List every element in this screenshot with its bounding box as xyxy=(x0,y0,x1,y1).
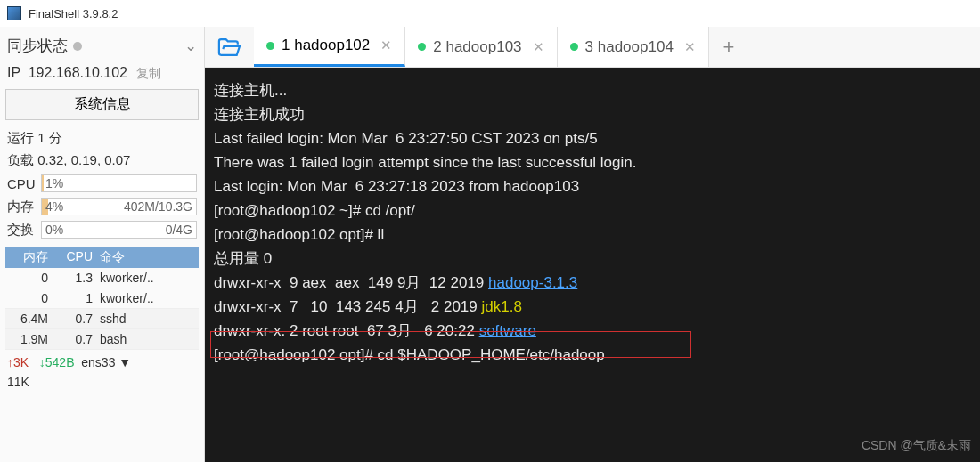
swap-metric: 交换 0% 0/4G xyxy=(5,218,199,241)
term-line: [root@hadoop102 ~]# cd /opt/ xyxy=(214,202,415,219)
tab-label: 1 hadoop102 xyxy=(282,36,370,54)
swap-bar: 0% 0/4G xyxy=(41,221,197,239)
sync-status-row[interactable]: 同步状态 ⌄ xyxy=(5,30,199,61)
proc-head-cpu: CPU xyxy=(52,247,96,268)
proc-head-mem: 内存 xyxy=(5,247,52,268)
content-area: 1 hadoop102 ✕ 2 hadoop103 ✕ 3 hadoop104 … xyxy=(205,27,980,462)
cpu-metric: CPU 1% xyxy=(5,172,199,195)
tab-hadoop102[interactable]: 1 hadoop102 ✕ xyxy=(254,27,405,67)
term-line: 总用量 0 xyxy=(214,250,272,267)
tab-hadoop103[interactable]: 2 hadoop103 ✕ xyxy=(405,27,557,67)
load-text: 负载 0.32, 0.19, 0.07 xyxy=(5,150,199,172)
terminal[interactable]: 连接主机... 连接主机成功 Last failed login: Mon Ma… xyxy=(205,68,980,462)
term-line: drwxr-xr-x. 2 root root 67 3月 6 20:22 so… xyxy=(214,322,536,339)
net-extra: 11K xyxy=(5,375,199,394)
term-line: drwxr-xr-x 7 10 143 245 4月 2 2019 jdk1.8 xyxy=(214,298,522,315)
close-icon[interactable]: ✕ xyxy=(533,39,544,55)
cpu-label: CPU xyxy=(7,176,41,191)
term-line: 连接主机成功 xyxy=(214,106,305,123)
tab-bar: 1 hadoop102 ✕ 2 hadoop103 ✕ 3 hadoop104 … xyxy=(205,27,980,68)
swap-label: 交换 xyxy=(7,222,41,239)
tab-label: 2 hadoop103 xyxy=(433,38,521,56)
open-folder-button[interactable] xyxy=(205,27,254,67)
swap-pct: 0% xyxy=(45,223,63,237)
close-icon[interactable]: ✕ xyxy=(684,39,696,55)
net-down: ↓542B xyxy=(39,355,75,369)
net-up: ↑3K xyxy=(7,355,29,369)
term-line: Last failed login: Mon Mar 6 23:27:50 CS… xyxy=(214,130,598,147)
mem-val: 402M/10.3G xyxy=(124,199,192,214)
term-line: 连接主机... xyxy=(214,82,287,99)
swap-val: 0/4G xyxy=(166,223,192,237)
table-row[interactable]: 0 1.3 kworker/.. xyxy=(5,268,199,288)
term-line: [root@hadoop102 opt]# cd $HADOOP_HOME/et… xyxy=(214,346,605,363)
cpu-bar-fill xyxy=(42,175,44,191)
term-line: drwxr-xr-x 9 aex aex 149 9月 12 2019 hado… xyxy=(214,274,577,291)
cpu-bar: 1% xyxy=(41,174,197,192)
dir-link[interactable]: software xyxy=(479,322,536,339)
mem-metric: 内存 4% 402M/10.3G xyxy=(5,195,199,218)
sync-label: 同步状态 xyxy=(7,36,68,56)
term-line: There was 1 failed login attempt since t… xyxy=(214,154,636,171)
app-title: FinalShell 3.9.8.2 xyxy=(29,7,118,20)
term-line: Last login: Mon Mar 6 23:27:18 2023 from… xyxy=(214,178,579,195)
table-row[interactable]: 0 1 kworker/.. xyxy=(5,288,199,309)
table-row[interactable]: 1.9M 0.7 bash xyxy=(5,329,199,350)
sync-dot-icon xyxy=(73,42,82,51)
uptime-text: 运行 1 分 xyxy=(5,127,199,150)
close-icon[interactable]: ✕ xyxy=(380,37,392,53)
mem-bar: 4% 402M/10.3G xyxy=(41,198,197,215)
dir-link[interactable]: hadoop-3.1.3 xyxy=(488,274,577,291)
dir-link[interactable]: jdk1.8 xyxy=(481,298,521,315)
folder-open-icon xyxy=(217,37,242,57)
network-row[interactable]: ↑3K ↓542B ens33 ▼ xyxy=(5,350,199,375)
status-dot-icon xyxy=(570,43,578,51)
watermark: CSDN @气质&末雨 xyxy=(862,434,971,457)
status-dot-icon xyxy=(266,42,274,50)
main-split: 同步状态 ⌄ IP 192.168.10.102 复制 系统信息 运行 1 分 … xyxy=(0,27,980,462)
proc-header: 内存 CPU 命令 xyxy=(5,247,199,268)
ip-row: IP 192.168.10.102 复制 xyxy=(5,61,199,89)
tab-label: 3 hadoop104 xyxy=(585,38,674,56)
mem-pct: 4% xyxy=(45,199,63,214)
system-info-button[interactable]: 系统信息 xyxy=(5,89,199,120)
ip-label: IP xyxy=(7,65,20,80)
cpu-pct: 1% xyxy=(45,176,63,190)
mem-label: 内存 xyxy=(7,199,41,215)
sidebar: 同步状态 ⌄ IP 192.168.10.102 复制 系统信息 运行 1 分 … xyxy=(0,27,205,462)
net-iface[interactable]: ens33 ▼ xyxy=(81,355,131,369)
ip-value: 192.168.10.102 xyxy=(29,65,127,80)
table-row[interactable]: 6.4M 0.7 sshd xyxy=(5,309,199,329)
status-dot-icon xyxy=(418,43,426,51)
titlebar: FinalShell 3.9.8.2 xyxy=(0,0,980,27)
proc-head-cmd: 命令 xyxy=(96,247,199,268)
chevron-down-icon[interactable]: ⌄ xyxy=(184,36,197,55)
term-line: [root@hadoop102 opt]# ll xyxy=(214,226,384,243)
copy-ip-button[interactable]: 复制 xyxy=(136,66,161,80)
new-tab-button[interactable]: + xyxy=(709,27,748,67)
app-logo-icon xyxy=(7,6,21,20)
tab-hadoop104[interactable]: 3 hadoop104 ✕ xyxy=(558,27,709,67)
